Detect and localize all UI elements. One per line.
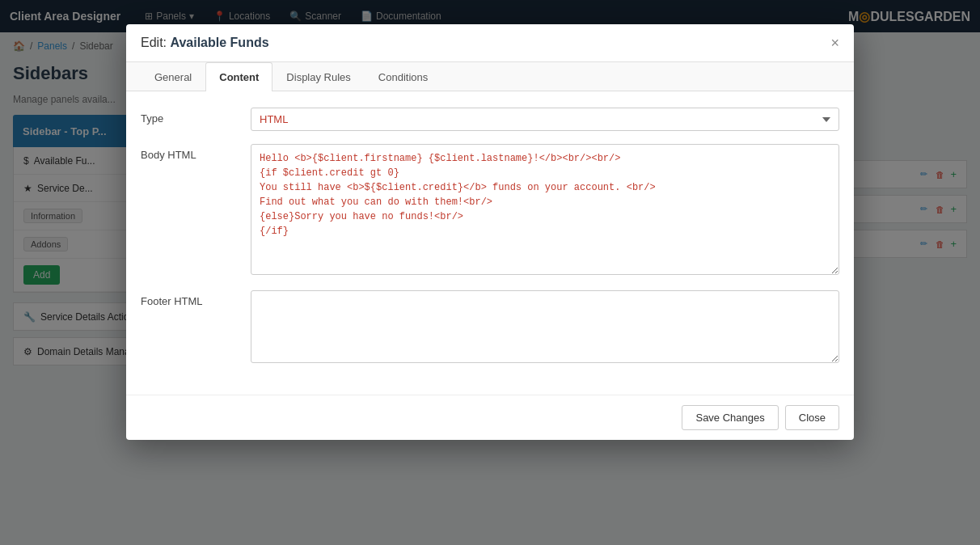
modal-header: Edit: Available Funds × xyxy=(126,24,854,62)
type-select-wrap: HTML Text Widget xyxy=(251,108,839,131)
body-html-wrap: Hello <b>{$client.firstname} {$client.la… xyxy=(251,144,839,277)
modal-close-button[interactable]: × xyxy=(830,36,839,50)
body-html-textarea[interactable]: Hello <b>{$client.firstname} {$client.la… xyxy=(251,144,839,275)
body-html-row: Body HTML Hello <b>{$client.firstname} {… xyxy=(141,144,839,277)
tab-general[interactable]: General xyxy=(141,62,205,91)
footer-html-row: Footer HTML xyxy=(141,290,839,365)
tab-display-rules[interactable]: Display Rules xyxy=(272,62,364,91)
modal-body: Type HTML Text Widget Body HTML Hello <b… xyxy=(126,91,854,395)
modal-tabs: General Content Display Rules Conditions xyxy=(126,62,854,91)
close-button[interactable]: Close xyxy=(785,405,839,430)
modal-title: Edit: Available Funds xyxy=(141,36,269,50)
footer-html-textarea[interactable] xyxy=(251,290,839,363)
save-changes-button[interactable]: Save Changes xyxy=(682,405,778,430)
type-row: Type HTML Text Widget xyxy=(141,108,839,131)
edit-modal: Edit: Available Funds × General Content … xyxy=(126,24,854,440)
tab-conditions[interactable]: Conditions xyxy=(365,62,441,91)
footer-html-wrap xyxy=(251,290,839,365)
body-html-label: Body HTML xyxy=(141,144,238,161)
modal-footer: Save Changes Close xyxy=(126,395,854,440)
footer-html-label: Footer HTML xyxy=(141,290,238,307)
tab-content[interactable]: Content xyxy=(205,62,272,91)
type-label: Type xyxy=(141,108,238,125)
modal-overlay: Edit: Available Funds × General Content … xyxy=(0,0,980,545)
modal-title-value: Available Funds xyxy=(170,36,268,49)
type-select[interactable]: HTML Text Widget xyxy=(251,108,839,131)
